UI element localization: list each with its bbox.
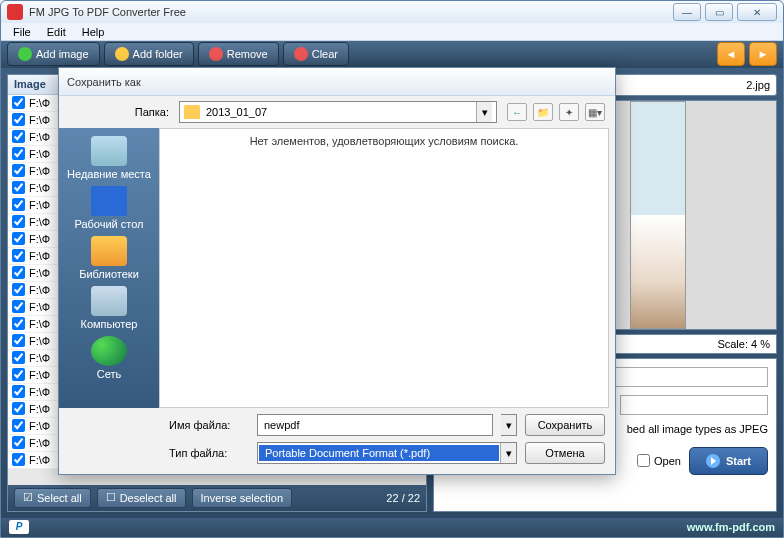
row-text: F:\Ф [29, 182, 50, 194]
row-text: F:\Ф [29, 199, 50, 211]
row-text: F:\Ф [29, 267, 50, 279]
open-checkbox-row[interactable]: Open [637, 454, 681, 467]
menubar: File Edit Help [1, 23, 783, 41]
row-checkbox[interactable] [12, 334, 25, 347]
embed-jpeg-label: bed all image types as JPEG [627, 423, 768, 435]
places-bar: Недавние места Рабочий стол Библиотеки К… [59, 128, 159, 408]
folder-label: Папка: [69, 106, 169, 118]
row-text: F:\Ф [29, 284, 50, 296]
minimize-button[interactable]: — [673, 3, 701, 21]
start-button[interactable]: Start [689, 447, 768, 475]
x-icon [294, 47, 308, 61]
keywords-input[interactable] [620, 395, 768, 415]
row-text: F:\Ф [29, 131, 50, 143]
add-folder-button[interactable]: Add folder [104, 42, 194, 66]
folder-select[interactable]: 2013_01_07 ▾ [179, 101, 497, 123]
deselect-all-button[interactable]: ☐Deselect all [97, 488, 186, 508]
add-image-button[interactable]: Add image [7, 42, 100, 66]
menu-file[interactable]: File [5, 24, 39, 40]
close-button[interactable]: ✕ [737, 3, 777, 21]
cancel-button[interactable]: Отмена [525, 442, 605, 464]
row-checkbox[interactable] [12, 419, 25, 432]
place-network[interactable]: Сеть [91, 336, 127, 380]
place-desktop[interactable]: Рабочий стол [74, 186, 143, 230]
filename-input[interactable] [257, 414, 493, 436]
recent-icon [91, 136, 127, 166]
row-text: F:\Ф [29, 233, 50, 245]
row-text: F:\Ф [29, 165, 50, 177]
row-checkbox[interactable] [12, 164, 25, 177]
row-checkbox[interactable] [12, 351, 25, 364]
nav-prev-button[interactable]: ◄ [717, 42, 745, 66]
inverse-selection-button[interactable]: Inverse selection [192, 488, 293, 508]
menu-help[interactable]: Help [74, 24, 113, 40]
menu-edit[interactable]: Edit [39, 24, 74, 40]
app-icon [7, 4, 23, 20]
row-checkbox[interactable] [12, 385, 25, 398]
maximize-button[interactable]: ▭ [705, 3, 733, 21]
row-checkbox[interactable] [12, 368, 25, 381]
minus-icon [209, 47, 223, 61]
filename-label: Имя файла: [169, 419, 249, 431]
up-folder-icon[interactable]: 📁 [533, 103, 553, 121]
row-checkbox[interactable] [12, 283, 25, 296]
row-checkbox[interactable] [12, 130, 25, 143]
chevron-down-icon: ▾ [500, 443, 516, 463]
folder-plus-icon [115, 47, 129, 61]
row-checkbox[interactable] [12, 232, 25, 245]
titlebar: FM JPG To PDF Converter Free — ▭ ✕ [1, 1, 783, 23]
libraries-icon [91, 236, 127, 266]
row-text: F:\Ф [29, 148, 50, 160]
row-checkbox[interactable] [12, 198, 25, 211]
statusbar: P www.fm-pdf.com [1, 518, 783, 537]
remove-button[interactable]: Remove [198, 42, 279, 66]
row-checkbox[interactable] [12, 147, 25, 160]
row-text: F:\Ф [29, 454, 50, 466]
chevron-down-icon: ▾ [476, 102, 492, 122]
folder-icon [184, 105, 200, 119]
row-checkbox[interactable] [12, 266, 25, 279]
row-checkbox[interactable] [12, 300, 25, 313]
preview-image [630, 101, 686, 329]
save-as-dialog: Сохранить как Папка: 2013_01_07 ▾ ← 📁 ✦ … [58, 67, 616, 475]
website-link[interactable]: www.fm-pdf.com [687, 521, 775, 533]
row-checkbox[interactable] [12, 96, 25, 109]
row-checkbox[interactable] [12, 181, 25, 194]
view-menu-icon[interactable]: ▦▾ [585, 103, 605, 121]
row-text: F:\Ф [29, 386, 50, 398]
row-text: F:\Ф [29, 114, 50, 126]
select-all-button[interactable]: ☑Select all [14, 488, 91, 508]
row-checkbox[interactable] [12, 436, 25, 449]
file-list-footer: ☑Select all ☐Deselect all Inverse select… [8, 485, 426, 511]
place-computer[interactable]: Компьютер [81, 286, 138, 330]
place-libraries[interactable]: Библиотеки [79, 236, 139, 280]
row-text: F:\Ф [29, 97, 50, 109]
open-checkbox[interactable] [637, 454, 650, 467]
row-text: F:\Ф [29, 352, 50, 364]
clear-button[interactable]: Clear [283, 42, 349, 66]
new-folder-icon[interactable]: ✦ [559, 103, 579, 121]
nav-next-button[interactable]: ► [749, 42, 777, 66]
row-checkbox[interactable] [12, 402, 25, 415]
row-checkbox[interactable] [12, 317, 25, 330]
network-icon [91, 336, 127, 366]
file-area[interactable]: Нет элементов, удовлетворяющих условиям … [159, 128, 609, 408]
row-checkbox[interactable] [12, 113, 25, 126]
filetype-select[interactable]: Portable Document Format (*.pdf) ▾ [257, 442, 517, 464]
play-icon [706, 454, 720, 468]
row-text: F:\Ф [29, 420, 50, 432]
row-checkbox[interactable] [12, 249, 25, 262]
app-title: FM JPG To PDF Converter Free [29, 6, 673, 18]
filename-dropdown-icon[interactable]: ▾ [501, 414, 517, 436]
computer-icon [91, 286, 127, 316]
place-recent[interactable]: Недавние места [67, 136, 151, 180]
row-checkbox[interactable] [12, 453, 25, 466]
row-text: F:\Ф [29, 369, 50, 381]
plus-icon [18, 47, 32, 61]
row-text: F:\Ф [29, 216, 50, 228]
back-icon[interactable]: ← [507, 103, 527, 121]
row-checkbox[interactable] [12, 215, 25, 228]
save-button[interactable]: Сохранить [525, 414, 605, 436]
row-text: F:\Ф [29, 335, 50, 347]
paypal-icon[interactable]: P [9, 520, 29, 534]
